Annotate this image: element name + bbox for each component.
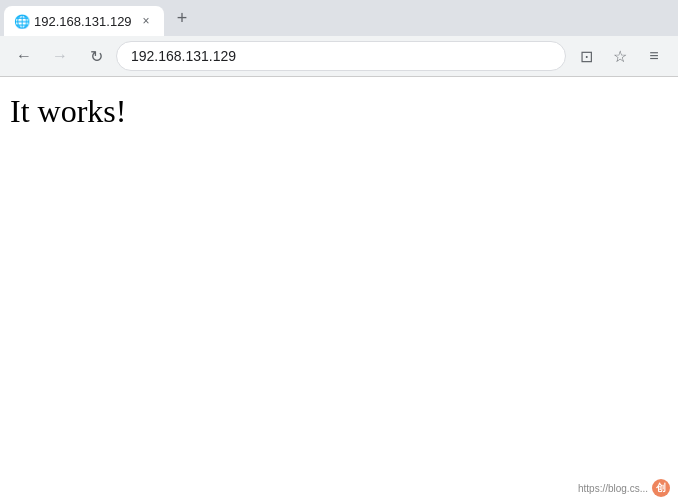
tab-title: 192.168.131.129: [34, 14, 132, 29]
watermark: https://blog.cs... 创: [578, 479, 670, 497]
watermark-logo: 创: [652, 479, 670, 497]
address-bar[interactable]: 192.168.131.129: [116, 41, 566, 71]
watermark-text: https://blog.cs...: [578, 483, 648, 494]
tab-favicon: 🌐: [14, 14, 28, 28]
nav-bar: ← → ↻ 192.168.131.129 ⊡ ☆ ≡: [0, 36, 678, 76]
tab-bar: 🌐 192.168.131.129 × +: [0, 0, 678, 36]
active-tab[interactable]: 🌐 192.168.131.129 ×: [4, 6, 164, 36]
back-button[interactable]: ←: [8, 40, 40, 72]
toolbar-right: ⊡ ☆ ≡: [570, 40, 670, 72]
browser-chrome: 🌐 192.168.131.129 × + ← → ↻ 192.168.131.…: [0, 0, 678, 77]
tab-close-button[interactable]: ×: [138, 13, 154, 29]
menu-button[interactable]: ≡: [638, 40, 670, 72]
new-tab-button[interactable]: +: [168, 4, 196, 32]
page-main-text: It works!: [10, 93, 668, 130]
reload-button[interactable]: ↻: [80, 40, 112, 72]
forward-button[interactable]: →: [44, 40, 76, 72]
bookmark-button[interactable]: ☆: [604, 40, 636, 72]
reader-view-button[interactable]: ⊡: [570, 40, 602, 72]
address-text: 192.168.131.129: [131, 48, 551, 64]
browser-content: It works! https://blog.cs... 创: [0, 77, 678, 504]
